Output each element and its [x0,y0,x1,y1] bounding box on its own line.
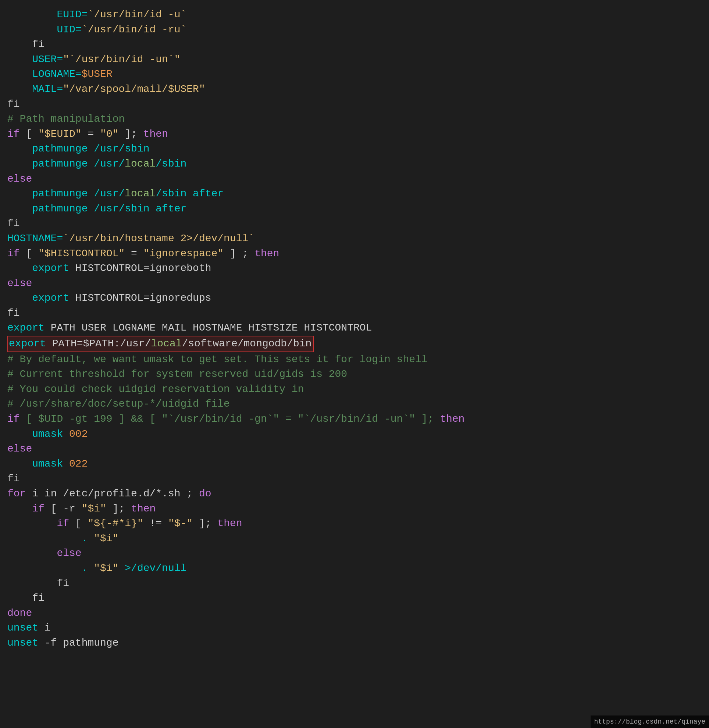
code-line: if [ "$HISTCONTROL" = "ignorespace" ] ; … [7,247,702,261]
code-line: unset i [7,621,702,636]
code-line: EUID=`/usr/bin/id -u` [7,7,702,22]
code-line: HOSTNAME=`/usr/bin/hostname 2>/dev/null` [7,231,702,247]
code-line: if [ -r "$i" ]; then [7,502,702,516]
code-line: export PATH USER LOGNAME MAIL HOSTNAME H… [7,321,702,336]
code-line: else [7,442,702,457]
code-line: # By default, we want umask to get set. … [7,352,702,367]
code-line: # Current threshold for system reserved … [7,367,702,382]
code-line: if [ "${-#*i}" != "$-" ]; then [7,516,702,531]
code-line: umask 022 [7,457,702,472]
url-bar: https://blog.csdn.net/qinaye [591,715,709,728]
code-line: fi [7,216,702,231]
code-line: # You could check uidgid reservation val… [7,382,702,397]
code-line: USER="`/usr/bin/id -un`" [7,52,702,67]
code-line: LOGNAME=$USER [7,67,702,82]
code-line: fi [7,591,702,606]
code-line: fi [7,576,702,591]
code-line: . "$i" [7,531,702,546]
code-line: export HISTCONTROL=ignoredups [7,291,702,306]
code-line: fi [7,306,702,321]
code-line: export HISTCONTROL=ignoreboth [7,261,702,276]
code-line: MAIL="/var/spool/mail/$USER" [7,82,702,97]
code-line: for i in /etc/profile.d/*.sh ; do [7,486,702,502]
code-line: # Path manipulation [7,112,702,127]
code-line: umask 002 [7,427,702,442]
code-line: pathmunge /usr/sbin [7,142,702,157]
code-line: pathmunge /usr/local/sbin [7,157,702,172]
code-line: export PATH=$PATH:/usr/local/software/mo… [7,336,702,352]
code-editor: EUID=`/usr/bin/id -u` UID=`/usr/bin/id -… [0,0,709,728]
code-line: if [ "$EUID" = "0" ]; then [7,127,702,142]
code-line: else [7,276,702,291]
code-line: UID=`/usr/bin/id -ru` [7,22,702,38]
code-line: unset -f pathmunge [7,636,702,651]
code-line: pathmunge /usr/local/sbin after [7,187,702,201]
code-line: if [ $UID -gt 199 ] && [ "`/usr/bin/id -… [7,412,702,427]
code-line: fi [7,471,702,486]
code-line: else [7,172,702,187]
code-line: fi [7,37,702,52]
code-line: pathmunge /usr/sbin after [7,201,702,217]
code-line: . "$i" >/dev/null [7,561,702,576]
code-line: fi [7,97,702,112]
code-line: done [7,606,702,621]
code-line: # /usr/share/doc/setup-*/uidgid file [7,397,702,412]
code-line: else [7,546,702,561]
